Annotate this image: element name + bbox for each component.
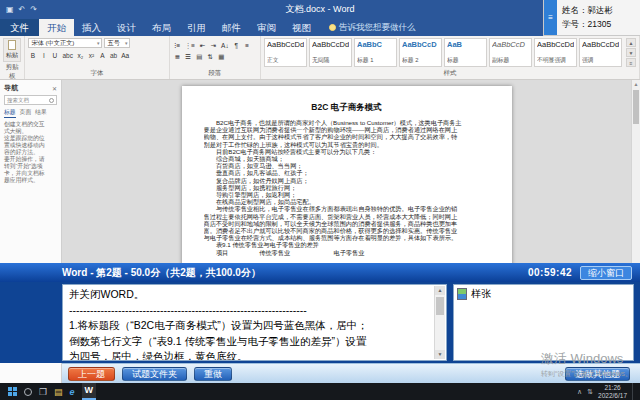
scroll-up-icon[interactable]: ▲ xyxy=(632,80,640,87)
paragraph-format-icon[interactable]: ¶ xyxy=(232,40,241,49)
document-line: 百货商店，如亚马逊、当当网； xyxy=(204,162,490,169)
paragraph-format-icon[interactable]: ≣ xyxy=(173,51,182,60)
ribbon-tab[interactable]: 插入 xyxy=(74,19,109,36)
paragraph-group: ⁝≡⋮≡⇤⇥A↓¶≡≣☰▤⇅▦ 段落 xyxy=(170,36,261,79)
style-cell-subtle-emphasis[interactable]: AaBbCcDd 不明显强调 xyxy=(534,38,577,67)
font-format-icon[interactable]: B xyxy=(28,50,37,59)
navigation-tab[interactable]: 标题 xyxy=(4,108,16,118)
ribbon-tab[interactable]: 邮件 xyxy=(214,19,249,36)
font-format-icon[interactable]: x₂ xyxy=(76,50,85,59)
exam-scrollbar[interactable]: ▲ ▼ xyxy=(434,286,445,359)
style-cell-subtitle[interactable]: AaBbCcD 副标题 xyxy=(489,38,532,67)
style-cell-title[interactable]: AaB 标题 xyxy=(444,38,487,67)
taskbar-time: 21:26 xyxy=(598,384,627,392)
clipboard-group-label: 剪贴板 xyxy=(3,62,21,81)
paragraph-format-icon[interactable]: ☰ xyxy=(184,51,193,60)
font-format-icon[interactable]: A xyxy=(98,50,107,59)
minimize-window-button[interactable]: 缩小窗口 xyxy=(580,266,632,280)
font-format-icon[interactable]: x² xyxy=(87,50,96,59)
font-name-value: 宋体 (中文正文) xyxy=(31,39,74,47)
previous-question-button[interactable]: 上一题 xyxy=(68,367,115,381)
scrollbar-thumb[interactable] xyxy=(436,297,444,315)
style-cell-emphasis[interactable]: AaBbCcDd 强调 xyxy=(579,38,622,67)
browser-icon[interactable]: e xyxy=(70,384,75,400)
redo-button[interactable]: 重做 xyxy=(194,367,232,381)
network-icon[interactable]: ⇅ xyxy=(587,384,593,400)
scrollbar-thumb[interactable] xyxy=(633,90,639,124)
paragraph-format-icon[interactable]: ▤ xyxy=(195,51,204,60)
ribbon-tab[interactable]: 视图 xyxy=(284,19,319,36)
style-cell-heading1[interactable]: AaBbC 标题 1 xyxy=(354,38,397,67)
paragraph-format-icon[interactable]: ⋮≡ xyxy=(184,40,196,49)
paragraph-format-icon[interactable]: ▦ xyxy=(217,51,226,60)
file-explorer-icon[interactable]: ▤ xyxy=(54,384,63,400)
style-cell-no-spacing[interactable]: AaBbCcDd 无间隔 xyxy=(309,38,352,67)
paragraph-format-icon[interactable]: ⁝≡ xyxy=(173,40,182,49)
student-info-panel: ≡ 姓名：郭达彬 学号：21305 xyxy=(543,0,640,36)
styles-gallery: AaBbCcDd 正文 AaBbCcDd 无间隔 AaBbC 标题 1 AaBb… xyxy=(264,38,636,67)
ribbon-tab[interactable]: 审阅 xyxy=(249,19,284,36)
navigation-tab[interactable]: 页面 xyxy=(20,108,32,118)
ribbon-tab[interactable]: 布局 xyxy=(144,19,179,36)
font-format-icons: BIUabcx₂x²AabAa xyxy=(28,50,165,59)
show-desktop-button[interactable] xyxy=(632,383,636,400)
document-line: 在线商品定制型网店，如尚品宅配。 xyxy=(204,198,490,205)
task-view-icon[interactable]: ❐ xyxy=(39,384,47,400)
sample-file-item[interactable]: 样张 xyxy=(457,287,630,301)
paragraph-format-icon[interactable]: ⇥ xyxy=(209,40,218,49)
gallery-more-icon[interactable]: ≡ xyxy=(626,58,636,67)
qat-icon[interactable]: ▣ xyxy=(6,5,14,14)
document-line: 复合品牌店，如佐丹奴网上商店； xyxy=(204,177,490,184)
qat-icon[interactable]: ↷ xyxy=(30,5,37,14)
paragraph-format-icon[interactable]: ⇅ xyxy=(206,51,215,60)
font-format-icon[interactable]: U xyxy=(50,50,59,59)
exam-header[interactable]: Word - 第2题 - 50.0分（共2题，共100.0分） 00:59:42… xyxy=(0,263,640,282)
search-placeholder: 搜索文档 xyxy=(7,97,29,104)
document-line: 要是企业通过互联网为消费者提供一个新型的购物环境——网上商店，消费者通过网络在网… xyxy=(204,126,490,133)
ribbon-tabs: 插入设计布局引用邮件审阅视图 xyxy=(74,19,319,36)
style-cell-heading2[interactable]: AaBbCcD 标题 2 xyxy=(399,38,442,67)
paragraph-format-icon[interactable]: ⇤ xyxy=(198,40,207,49)
navigation-tab[interactable]: 结果 xyxy=(35,108,47,118)
ribbon-tab[interactable]: 设计 xyxy=(109,19,144,36)
document-line: 服务型网店，如携程旅行网； xyxy=(204,184,490,191)
paragraph-format-icon[interactable]: ≡ xyxy=(243,40,252,49)
paste-button[interactable]: 粘贴 xyxy=(3,38,21,62)
chevron-down-icon: ▾ xyxy=(125,39,128,47)
exam-info-icon[interactable]: ≡ xyxy=(544,0,557,35)
navigation-hint-line: 这是跟踪您的位 xyxy=(4,135,57,142)
tab-home[interactable]: 开始 xyxy=(39,19,74,36)
style-cell-normal[interactable]: AaBbCcDd 正文 xyxy=(264,38,307,67)
system-tray: ∧ ⇅ 21:26 2022/6/17 xyxy=(577,383,636,400)
navigation-hint-line: 转到“开始”选项 xyxy=(4,163,57,170)
paragraph-group-label: 段落 xyxy=(173,68,257,78)
paragraph-format-icon[interactable]: A↓ xyxy=(220,40,230,49)
document-line: 售过程主要依托网络平台完成，不需要店面、货架和营业人员，经营成本大大降低；同时网… xyxy=(204,213,490,220)
document-line: 购物、在网上支付。由于这种模式节省了客户和企业的时间和空间，大大提高了交易效率，… xyxy=(204,133,490,140)
qat-icon[interactable]: ↶ xyxy=(19,5,26,14)
tell-me-box[interactable]: 告诉我您想要做什么 xyxy=(329,19,416,36)
word-taskbar-icon[interactable]: W xyxy=(82,383,97,400)
font-name-combo[interactable]: 宋体 (中文正文)▾ xyxy=(28,38,102,48)
ribbon-tab[interactable]: 引用 xyxy=(179,19,214,36)
gallery-up-icon[interactable]: ▲ xyxy=(626,38,636,47)
scroll-down-icon[interactable]: ▼ xyxy=(435,350,445,359)
navigation-tabs: 标题页面结果 xyxy=(4,108,57,118)
activate-windows-watermark: 激活 Windows 转到“设置”以激活 Windows。 xyxy=(541,350,632,379)
gallery-down-icon[interactable]: ▼ xyxy=(626,48,636,57)
search-icon[interactable] xyxy=(24,388,32,396)
tray-expand-icon[interactable]: ∧ xyxy=(577,384,582,400)
font-size-combo[interactable]: 五号▾ xyxy=(104,38,130,48)
search-input[interactable]: 搜索文档 xyxy=(4,95,57,105)
exam-folder-button[interactable]: 试题文件夹 xyxy=(122,367,187,381)
scroll-up-icon[interactable]: ▲ xyxy=(435,286,445,295)
font-format-icon[interactable]: I xyxy=(39,50,48,59)
font-format-icon[interactable]: ab xyxy=(109,50,118,59)
close-icon[interactable]: ✕ xyxy=(52,85,57,92)
taskbar-clock[interactable]: 21:26 2022/6/17 xyxy=(598,384,627,399)
font-format-icon[interactable]: abc xyxy=(61,50,73,59)
font-format-icon[interactable]: Aa xyxy=(120,50,130,59)
exam-timer: 00:59:42 xyxy=(528,267,572,278)
start-button[interactable] xyxy=(8,387,17,396)
tab-file[interactable]: 文件 xyxy=(0,19,39,36)
